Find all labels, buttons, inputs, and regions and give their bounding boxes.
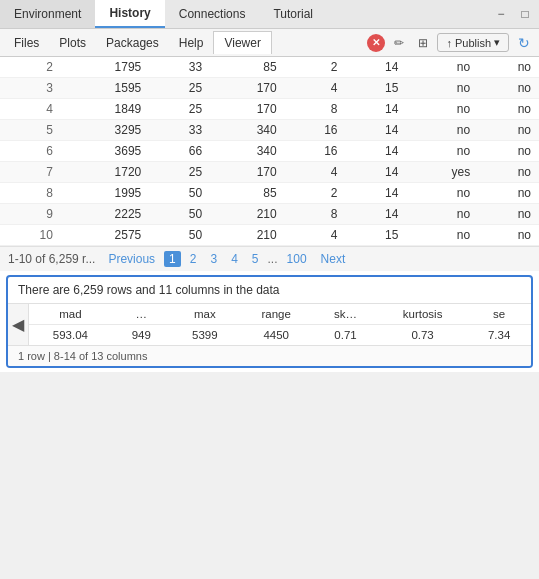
tab-packages[interactable]: Packages (96, 32, 169, 54)
table-cell: 14 (346, 120, 407, 141)
table-cell: no (478, 78, 539, 99)
tab-help[interactable]: Help (169, 32, 214, 54)
table-cell: no (478, 99, 539, 120)
table-cell: no (406, 57, 478, 78)
table-cell: no (478, 120, 539, 141)
row-index: 10 (0, 225, 61, 246)
row-index: 9 (0, 204, 61, 225)
table-cell: no (406, 183, 478, 204)
row-index: 2 (0, 57, 61, 78)
table-row: 217953385214nono (0, 57, 539, 78)
publish-label: Publish (455, 37, 491, 49)
brush-icon[interactable]: ✏ (389, 34, 409, 52)
window-maximize-icon[interactable]: □ (515, 5, 535, 23)
pagination-page-5[interactable]: 5 (247, 251, 264, 267)
tab-history[interactable]: History (95, 0, 164, 28)
tab-tutorial[interactable]: Tutorial (259, 0, 327, 28)
row-index: 5 (0, 120, 61, 141)
table-cell: 14 (346, 57, 407, 78)
table-cell: 15 (346, 225, 407, 246)
table-cell: 340 (210, 120, 285, 141)
top-tab-bar: Environment History Connections Tutorial… (0, 0, 539, 29)
info-table-cell: 0.71 (313, 325, 378, 346)
window-minimize-icon[interactable]: − (491, 5, 511, 23)
grid-icon[interactable]: ⊞ (413, 34, 433, 52)
pagination-page-1[interactable]: 1 (164, 251, 181, 267)
info-box: There are 6,259 rows and 11 columns in t… (6, 275, 533, 368)
pagination-page-4[interactable]: 4 (226, 251, 243, 267)
pagination-row: 1-10 of 6,259 r... Previous 1 2 3 4 5 ..… (0, 246, 539, 271)
info-table-cell: 593.04 (29, 325, 112, 346)
table-cell: no (478, 162, 539, 183)
tab-connections[interactable]: Connections (165, 0, 260, 28)
table-row: 63695663401614nono (0, 141, 539, 162)
tab-files[interactable]: Files (4, 32, 49, 54)
table-cell: 1795 (61, 57, 149, 78)
tab-environment[interactable]: Environment (0, 0, 95, 28)
second-tab-bar: Files Plots Packages Help Viewer ✕ ✏ ⊞ ↑… (0, 29, 539, 57)
table-row: 4184925170814nono (0, 99, 539, 120)
table-cell: no (478, 204, 539, 225)
table-cell: 25 (149, 99, 210, 120)
pagination-ellipsis: ... (268, 252, 278, 266)
table-row: 819955085214nono (0, 183, 539, 204)
table-cell: no (478, 183, 539, 204)
table-cell: 2 (285, 57, 346, 78)
info-box-footer: 1 row | 8-14 of 13 columns (8, 345, 531, 366)
data-table: 217953385214nono3159525170415nono4184925… (0, 57, 539, 246)
tab-viewer[interactable]: Viewer (213, 31, 271, 54)
info-table-header-cell: se (467, 304, 531, 325)
table-cell: no (406, 204, 478, 225)
table-cell: 50 (149, 183, 210, 204)
table-cell: 2 (285, 183, 346, 204)
table-cell: no (478, 57, 539, 78)
table-cell: 16 (285, 120, 346, 141)
table-cell: 15 (346, 78, 407, 99)
table-row: 3159525170415nono (0, 78, 539, 99)
table-cell: 14 (346, 204, 407, 225)
tab-plots[interactable]: Plots (49, 32, 96, 54)
table-cell: 8 (285, 99, 346, 120)
table-cell: 4 (285, 225, 346, 246)
table-cell: 2225 (61, 204, 149, 225)
table-row: 10257550210415nono (0, 225, 539, 246)
close-icon[interactable]: ✕ (367, 34, 385, 52)
info-box-header: There are 6,259 rows and 11 columns in t… (8, 277, 531, 304)
table-cell: 14 (346, 162, 407, 183)
info-table-header-cell: range (239, 304, 313, 325)
table-cell: 1995 (61, 183, 149, 204)
table-cell: 1849 (61, 99, 149, 120)
table-cell: no (406, 78, 478, 99)
row-index: 4 (0, 99, 61, 120)
info-table-cell: 0.73 (378, 325, 468, 346)
table-cell: 210 (210, 225, 285, 246)
table-cell: 14 (346, 183, 407, 204)
content-area: 217953385214nono3159525170415nono4184925… (0, 57, 539, 372)
table-cell: 16 (285, 141, 346, 162)
info-table-header-cell: kurtosis (378, 304, 468, 325)
info-table-header-cell: mad (29, 304, 112, 325)
pagination-next[interactable]: Next (316, 251, 351, 267)
info-table-cell: 7.34 (467, 325, 531, 346)
table-cell: 85 (210, 183, 285, 204)
pagination-previous[interactable]: Previous (103, 251, 160, 267)
pagination-page-2[interactable]: 2 (185, 251, 202, 267)
table-cell: 340 (210, 141, 285, 162)
table-row: 7172025170414yesno (0, 162, 539, 183)
publish-chevron-icon: ▾ (494, 36, 500, 49)
publish-button[interactable]: ↑ Publish ▾ (437, 33, 509, 52)
table-cell: 170 (210, 99, 285, 120)
pagination-last[interactable]: 100 (282, 251, 312, 267)
row-index: 3 (0, 78, 61, 99)
info-table-header-cell: … (112, 304, 171, 325)
scroll-left-button[interactable]: ◀ (8, 304, 29, 345)
table-cell: 85 (210, 57, 285, 78)
table-cell: 25 (149, 162, 210, 183)
table-cell: yes (406, 162, 478, 183)
info-table-cell: 4450 (239, 325, 313, 346)
info-table-wrapper: ◀ mad…maxrangesk…kurtosisse 593.04949539… (8, 304, 531, 345)
pagination-page-3[interactable]: 3 (205, 251, 222, 267)
info-data-table: mad…maxrangesk…kurtosisse 593.0494953994… (29, 304, 531, 345)
table-cell: 66 (149, 141, 210, 162)
refresh-icon[interactable]: ↻ (513, 32, 535, 54)
